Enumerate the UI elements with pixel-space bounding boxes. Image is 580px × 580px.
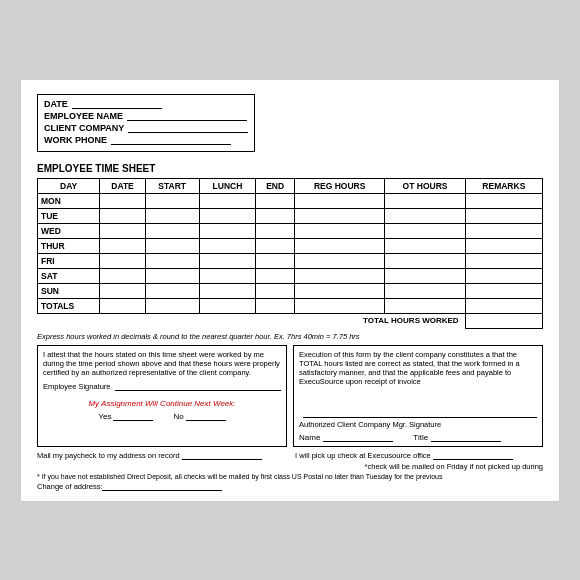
title-item: Title: [413, 432, 501, 442]
ot-fri[interactable]: [385, 253, 465, 268]
remarks-fri[interactable]: [465, 253, 542, 268]
day-tue: TUE: [38, 208, 100, 223]
start-thur[interactable]: [145, 238, 199, 253]
col-reg-hours: REG HOURS: [294, 178, 384, 193]
totals-ot[interactable]: [385, 298, 465, 313]
reg-sun[interactable]: [294, 283, 384, 298]
employee-label: EMPLOYEE NAME: [44, 111, 123, 121]
attest-left-text: I attest that the hours stated on this t…: [43, 350, 280, 377]
lunch-sun[interactable]: [199, 283, 256, 298]
lunch-sat[interactable]: [199, 268, 256, 283]
no-underline[interactable]: [186, 411, 226, 421]
employee-underline[interactable]: [127, 111, 247, 121]
day-fri: FRI: [38, 253, 100, 268]
date-wed[interactable]: [100, 223, 146, 238]
remarks-wed[interactable]: [465, 223, 542, 238]
mail-field: Mail my paycheck to my address on record: [37, 451, 285, 460]
pickup-field: I will pick up check at Execusource offi…: [295, 451, 543, 460]
title-underline[interactable]: [431, 432, 501, 442]
reg-tue[interactable]: [294, 208, 384, 223]
remarks-tue[interactable]: [465, 208, 542, 223]
start-fri[interactable]: [145, 253, 199, 268]
ot-mon[interactable]: [385, 193, 465, 208]
date-sat[interactable]: [100, 268, 146, 283]
timesheet-table: DAY DATE START LUNCH END REG HOURS OT HO…: [37, 178, 543, 329]
lunch-thur[interactable]: [199, 238, 256, 253]
lunch-mon[interactable]: [199, 193, 256, 208]
pickup-underline[interactable]: [433, 451, 513, 460]
start-sun[interactable]: [145, 283, 199, 298]
date-fri[interactable]: [100, 253, 146, 268]
ot-sun[interactable]: [385, 283, 465, 298]
end-mon[interactable]: [256, 193, 295, 208]
table-row: FRI: [38, 253, 543, 268]
end-sat[interactable]: [256, 268, 295, 283]
employee-sig-underline[interactable]: [115, 381, 281, 391]
date-thur[interactable]: [100, 238, 146, 253]
date-tue[interactable]: [100, 208, 146, 223]
total-worked-row: TOTAL HOURS WORKED: [38, 313, 543, 328]
remarks-sun[interactable]: [465, 283, 542, 298]
start-wed[interactable]: [145, 223, 199, 238]
ot-sat[interactable]: [385, 268, 465, 283]
reg-mon[interactable]: [294, 193, 384, 208]
ot-thur[interactable]: [385, 238, 465, 253]
remarks-sat[interactable]: [465, 268, 542, 283]
bottom-row-1: Mail my paycheck to my address on record…: [37, 451, 543, 460]
end-thur[interactable]: [256, 238, 295, 253]
client-sig-underline[interactable]: [303, 408, 537, 418]
no-label: No: [173, 412, 183, 421]
remarks-thur[interactable]: [465, 238, 542, 253]
reg-thur[interactable]: [294, 238, 384, 253]
reg-sat[interactable]: [294, 268, 384, 283]
start-mon[interactable]: [145, 193, 199, 208]
yes-underline[interactable]: [113, 411, 153, 421]
yes-item: Yes: [98, 411, 153, 421]
reg-wed[interactable]: [294, 223, 384, 238]
date-label: DATE: [44, 99, 68, 109]
attest-left-box: I attest that the hours stated on this t…: [37, 345, 287, 447]
lunch-fri[interactable]: [199, 253, 256, 268]
totals-end: [256, 298, 295, 313]
lunch-tue[interactable]: [199, 208, 256, 223]
name-underline[interactable]: [323, 432, 393, 442]
date-mon[interactable]: [100, 193, 146, 208]
assignment-title: My Assignment Will Continue Next Week:: [43, 399, 281, 408]
employee-sig-label: Employee Signature: [43, 382, 111, 391]
attest-right-box: Execution of this form by the client com…: [293, 345, 543, 447]
totals-reg[interactable]: [294, 298, 384, 313]
ot-tue[interactable]: [385, 208, 465, 223]
mail-underline[interactable]: [182, 451, 262, 460]
section-title: EMPLOYEE TIME SHEET: [37, 163, 543, 174]
table-row: SAT: [38, 268, 543, 283]
end-sun[interactable]: [256, 283, 295, 298]
start-tue[interactable]: [145, 208, 199, 223]
date-underline[interactable]: [72, 99, 162, 109]
day-sat: SAT: [38, 268, 100, 283]
phone-underline[interactable]: [111, 135, 231, 145]
col-end: END: [256, 178, 295, 193]
change-underline[interactable]: [102, 482, 222, 491]
lunch-wed[interactable]: [199, 223, 256, 238]
table-row: MON: [38, 193, 543, 208]
pickup-label: I will pick up check at Execusource offi…: [295, 451, 431, 460]
date-sun[interactable]: [100, 283, 146, 298]
remarks-mon[interactable]: [465, 193, 542, 208]
end-tue[interactable]: [256, 208, 295, 223]
reg-fri[interactable]: [294, 253, 384, 268]
attest-right-text: Execution of this form by the client com…: [299, 350, 520, 386]
end-wed[interactable]: [256, 223, 295, 238]
col-start: START: [145, 178, 199, 193]
timesheet-page: DATE EMPLOYEE NAME CLIENT COMPANY WORK P…: [20, 79, 560, 502]
totals-remarks: [465, 298, 542, 313]
ot-wed[interactable]: [385, 223, 465, 238]
change-row: Change of address:: [37, 482, 543, 491]
end-fri[interactable]: [256, 253, 295, 268]
client-underline[interactable]: [128, 123, 248, 133]
total-hours-value[interactable]: [465, 313, 542, 328]
table-row: THUR: [38, 238, 543, 253]
employee-sig-line: Employee Signature: [43, 381, 281, 391]
change-label: Change of address:: [37, 482, 102, 491]
start-sat[interactable]: [145, 268, 199, 283]
day-wed: WED: [38, 223, 100, 238]
